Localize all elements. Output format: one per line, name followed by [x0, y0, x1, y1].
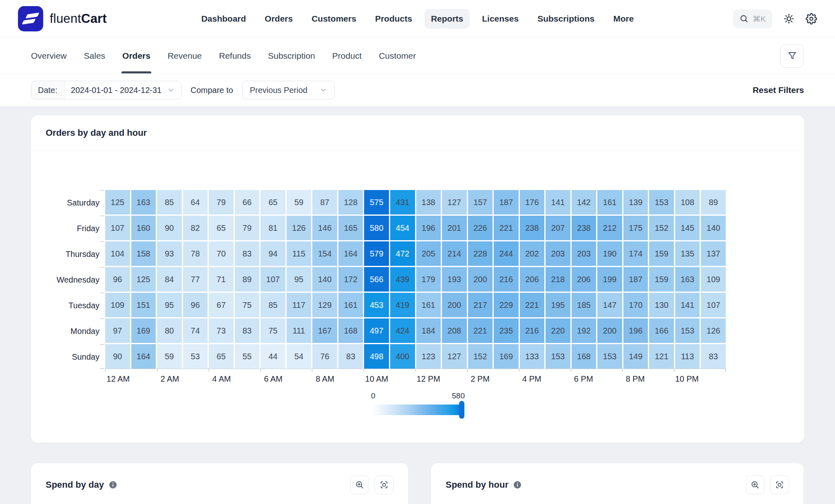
heatmap-cell[interactable]: 54 — [287, 344, 311, 369]
heatmap-cell[interactable]: 216 — [494, 267, 519, 292]
heatmap-cell[interactable]: 53 — [183, 344, 208, 369]
heatmap-cell[interactable]: 79 — [235, 216, 260, 240]
heatmap-cell[interactable]: 159 — [649, 241, 674, 266]
heatmap-cell[interactable]: 108 — [675, 190, 700, 214]
tab-refunds[interactable]: Refunds — [219, 38, 251, 73]
heatmap-cell[interactable]: 218 — [546, 267, 570, 292]
heatmap-cell[interactable]: 166 — [649, 318, 674, 343]
heatmap-cell[interactable]: 238 — [572, 216, 596, 240]
heatmap-cell[interactable]: 126 — [287, 216, 311, 240]
heatmap-cell[interactable]: 89 — [701, 190, 726, 214]
heatmap-cell[interactable]: 113 — [675, 344, 700, 369]
heatmap-cell[interactable]: 127 — [442, 190, 467, 214]
heatmap-cell[interactable]: 142 — [572, 190, 596, 214]
theme-toggle-button[interactable] — [784, 13, 794, 24]
heatmap-cell[interactable]: 244 — [494, 241, 519, 266]
heatmap-cell[interactable]: 107 — [701, 293, 726, 317]
heatmap-cell[interactable]: 127 — [442, 344, 467, 369]
heatmap-cell[interactable]: 207 — [546, 216, 570, 240]
heatmap-cell[interactable]: 498 — [364, 344, 389, 369]
heatmap-cell[interactable]: 174 — [623, 241, 648, 266]
heatmap-cell[interactable]: 201 — [442, 216, 467, 240]
heatmap-cell[interactable]: 158 — [131, 241, 156, 266]
heatmap-cell[interactable]: 179 — [416, 267, 441, 292]
heatmap-cell[interactable]: 175 — [623, 216, 648, 240]
heatmap-cell[interactable]: 226 — [468, 216, 493, 240]
heatmap-cell[interactable]: 65 — [209, 344, 234, 369]
heatmap-cell[interactable]: 200 — [442, 293, 467, 317]
heatmap-cell[interactable]: 497 — [364, 318, 389, 343]
heatmap-cell[interactable]: 65 — [261, 190, 285, 214]
heatmap-cell[interactable]: 167 — [312, 318, 337, 343]
heatmap-cell[interactable]: 579 — [364, 241, 389, 266]
heatmap-cell[interactable]: 575 — [364, 190, 389, 214]
heatmap-cell[interactable]: 95 — [287, 267, 311, 292]
heatmap-cell[interactable]: 145 — [675, 216, 700, 240]
heatmap-cell[interactable]: 138 — [416, 190, 441, 214]
nav-item-more[interactable]: More — [607, 9, 640, 29]
heatmap-cell[interactable]: 96 — [183, 293, 208, 317]
heatmap-cell[interactable]: 84 — [157, 267, 182, 292]
nav-item-customers[interactable]: Customers — [305, 9, 363, 29]
heatmap-cell[interactable]: 55 — [235, 344, 260, 369]
heatmap-cell[interactable]: 220 — [546, 318, 570, 343]
heatmap-cell[interactable]: 152 — [649, 216, 674, 240]
tab-overview[interactable]: Overview — [31, 38, 67, 73]
heatmap-cell[interactable]: 66 — [235, 190, 260, 214]
heatmap-cell[interactable]: 472 — [390, 241, 415, 266]
heatmap-cell[interactable]: 202 — [520, 241, 545, 266]
heatmap-cell[interactable]: 111 — [287, 318, 311, 343]
heatmap-cell[interactable]: 129 — [312, 293, 337, 317]
nav-item-subscriptions[interactable]: Subscriptions — [531, 9, 601, 29]
heatmap-cell[interactable]: 152 — [468, 344, 493, 369]
heatmap-cell[interactable]: 65 — [209, 216, 234, 240]
heatmap-cell[interactable]: 164 — [338, 241, 363, 266]
heatmap-cell[interactable]: 192 — [572, 318, 596, 343]
heatmap-cell[interactable]: 154 — [312, 241, 337, 266]
heatmap-cell[interactable]: 78 — [183, 241, 208, 266]
heatmap-cell[interactable]: 71 — [209, 267, 234, 292]
heatmap-cell[interactable]: 128 — [338, 190, 363, 214]
heatmap-cell[interactable]: 140 — [701, 216, 726, 240]
heatmap-cell[interactable]: 199 — [597, 267, 622, 292]
heatmap-cell[interactable]: 193 — [442, 267, 467, 292]
heatmap-cell[interactable]: 203 — [546, 241, 570, 266]
heatmap-cell[interactable]: 75 — [261, 318, 285, 343]
heatmap-cell[interactable]: 74 — [183, 318, 208, 343]
heatmap-cell[interactable]: 95 — [157, 293, 182, 317]
compare-period-select[interactable]: Previous Period — [242, 81, 335, 99]
heatmap-cell[interactable]: 160 — [131, 216, 156, 240]
heatmap-cell[interactable]: 59 — [157, 344, 182, 369]
heatmap-cell[interactable]: 187 — [494, 190, 519, 214]
heatmap-cell[interactable]: 83 — [338, 344, 363, 369]
heatmap-cell[interactable]: 149 — [623, 344, 648, 369]
heatmap-cell[interactable]: 165 — [338, 216, 363, 240]
heatmap-cell[interactable]: 109 — [105, 293, 130, 317]
reset-filters-button[interactable]: Reset Filters — [753, 85, 804, 95]
heatmap-cell[interactable]: 185 — [572, 293, 596, 317]
brand[interactable]: fluentCart — [18, 6, 140, 31]
heatmap-cell[interactable]: 153 — [546, 344, 570, 369]
heatmap-cell[interactable]: 81 — [261, 216, 285, 240]
heatmap-cell[interactable]: 208 — [442, 318, 467, 343]
heatmap-cell[interactable]: 221 — [494, 216, 519, 240]
heatmap-cell[interactable]: 44 — [261, 344, 285, 369]
heatmap-cell[interactable]: 125 — [131, 267, 156, 292]
heatmap-cell[interactable]: 151 — [131, 293, 156, 317]
heatmap-cell[interactable]: 82 — [183, 216, 208, 240]
heatmap-cell[interactable]: 153 — [649, 190, 674, 214]
heatmap-cell[interactable]: 419 — [390, 293, 415, 317]
heatmap-cell[interactable]: 196 — [623, 318, 648, 343]
heatmap-cell[interactable]: 141 — [546, 190, 570, 214]
heatmap-cell[interactable]: 107 — [261, 267, 285, 292]
nav-item-reports[interactable]: Reports — [424, 9, 470, 29]
heatmap-cell[interactable]: 130 — [649, 293, 674, 317]
heatmap-cell[interactable]: 580 — [364, 216, 389, 240]
heatmap-cell[interactable]: 77 — [183, 267, 208, 292]
heatmap-cell[interactable]: 168 — [338, 318, 363, 343]
filter-button[interactable] — [780, 44, 804, 68]
heatmap-cell[interactable]: 75 — [235, 293, 260, 317]
heatmap-cell[interactable]: 97 — [105, 318, 130, 343]
heatmap-cell[interactable]: 67 — [209, 293, 234, 317]
heatmap-cell[interactable]: 424 — [390, 318, 415, 343]
